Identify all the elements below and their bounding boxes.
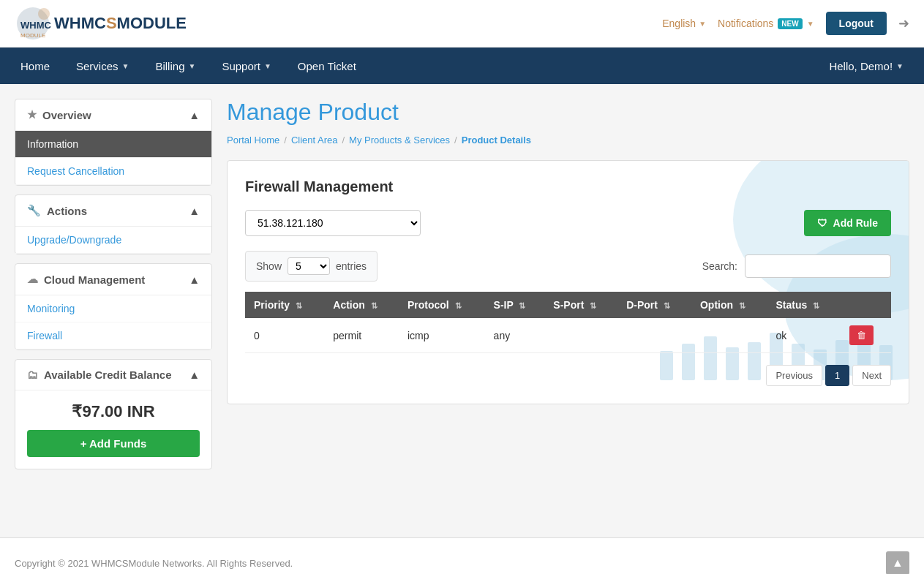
notifications-button[interactable]: Notifications NEW ▼ bbox=[718, 18, 814, 29]
sidebar-item-monitoring[interactable]: Monitoring bbox=[15, 295, 211, 322]
sort-priority-icon: ⇅ bbox=[296, 301, 302, 310]
breadcrumb-sep-3: / bbox=[454, 135, 457, 146]
nav-support[interactable]: Support ▼ bbox=[209, 48, 284, 84]
logo-area: WHMC MODULE WHMCSMODULE bbox=[15, 5, 187, 42]
col-actions bbox=[841, 292, 891, 318]
sort-action-icon: ⇅ bbox=[371, 301, 378, 310]
sort-option-icon: ⇅ bbox=[739, 301, 745, 310]
sort-protocol-icon: ⇅ bbox=[455, 301, 462, 310]
footer: Copyright © 2021 WHMCSModule Networks. A… bbox=[0, 537, 924, 574]
ip-selector[interactable]: 51.38.121.180 bbox=[245, 210, 421, 236]
col-protocol[interactable]: Protocol ⇅ bbox=[399, 292, 485, 318]
external-link-icon[interactable]: ➜ bbox=[898, 15, 909, 31]
pagination: Previous 1 Next bbox=[245, 365, 891, 386]
col-action[interactable]: Action ⇅ bbox=[324, 292, 399, 318]
nav-open-ticket[interactable]: Open Ticket bbox=[285, 48, 369, 84]
sidebar-section-credit-balance: 🗂 Available Credit Balance ▲ ₹97.00 INR … bbox=[15, 359, 212, 469]
breadcrumb-sep-2: / bbox=[342, 135, 345, 146]
entries-select[interactable]: 5 10 25 50 100 bbox=[288, 257, 330, 275]
cloud-collapse-icon: ▲ bbox=[189, 273, 200, 286]
sidebar-section-cloud-management: ☁ Cloud Management ▲ Monitoring Firewall bbox=[15, 263, 212, 350]
sidebar-actions-header[interactable]: 🔧 Actions ▲ bbox=[15, 195, 211, 227]
actions-collapse-icon: ▲ bbox=[189, 205, 200, 217]
language-selector[interactable]: English ▼ bbox=[662, 18, 706, 29]
cell-sport bbox=[544, 318, 617, 353]
page-title: Manage Product bbox=[227, 99, 909, 126]
sidebar-balance-content: ₹97.00 INR + Add Funds bbox=[15, 390, 211, 469]
overview-collapse-icon: ▲ bbox=[189, 109, 200, 121]
cell-delete: 🗑 bbox=[841, 318, 891, 353]
cell-protocol: icmp bbox=[399, 318, 485, 353]
col-status[interactable]: Status ⇅ bbox=[767, 292, 841, 318]
sort-dport-icon: ⇅ bbox=[664, 301, 670, 310]
table-head: Priority ⇅ Action ⇅ Protocol ⇅ S-IP ⇅ S-… bbox=[245, 292, 891, 318]
user-menu[interactable]: Hello, Demo! ▼ bbox=[816, 48, 917, 84]
card-content: Firewall Management 51.38.121.180 🛡 Add … bbox=[245, 178, 891, 386]
balance-collapse-icon: ▲ bbox=[189, 369, 200, 381]
col-sport[interactable]: S-Port ⇅ bbox=[544, 292, 617, 318]
cell-action: permit bbox=[324, 318, 399, 353]
add-rule-label: Add Rule bbox=[833, 217, 878, 229]
star-icon: ★ bbox=[27, 108, 37, 121]
svg-point-3 bbox=[38, 8, 50, 20]
lang-chevron-icon: ▼ bbox=[699, 20, 706, 28]
search-label: Search: bbox=[702, 260, 737, 272]
shield-icon: 🛡 bbox=[817, 217, 827, 229]
sidebar-balance-header[interactable]: 🗂 Available Credit Balance ▲ bbox=[15, 360, 211, 390]
table-controls: Show 5 10 25 50 100 entries Search: bbox=[245, 251, 891, 282]
cloud-icon: ☁ bbox=[27, 273, 38, 286]
add-funds-button[interactable]: + Add Funds bbox=[27, 430, 200, 457]
search-input[interactable] bbox=[745, 254, 891, 278]
pagination-page-1[interactable]: 1 bbox=[825, 365, 849, 386]
nav-billing[interactable]: Billing ▼ bbox=[142, 48, 209, 84]
new-badge: NEW bbox=[778, 18, 802, 29]
col-priority[interactable]: Priority ⇅ bbox=[245, 292, 324, 318]
sidebar-cloud-header[interactable]: ☁ Cloud Management ▲ bbox=[15, 264, 211, 295]
sidebar-item-upgrade-downgrade[interactable]: Upgrade/Downgrade bbox=[15, 227, 211, 254]
col-option[interactable]: Option ⇅ bbox=[691, 292, 767, 318]
nav-home[interactable]: Home bbox=[7, 48, 63, 84]
table-body: 0 permit icmp any ok 🗑 bbox=[245, 318, 891, 353]
sort-sip-icon: ⇅ bbox=[519, 301, 525, 310]
col-sip[interactable]: S-IP ⇅ bbox=[485, 292, 545, 318]
firewall-controls: 51.38.121.180 🛡 Add Rule bbox=[245, 210, 891, 236]
logout-button[interactable]: Logout bbox=[826, 12, 887, 35]
pagination-next[interactable]: Next bbox=[852, 365, 891, 386]
pagination-prev[interactable]: Previous bbox=[766, 365, 822, 386]
delete-rule-button[interactable]: 🗑 bbox=[849, 325, 874, 345]
header-right: English ▼ Notifications NEW ▼ Logout ➜ bbox=[662, 12, 909, 35]
cell-option bbox=[691, 318, 767, 353]
col-dport[interactable]: D-Port ⇅ bbox=[617, 292, 691, 318]
services-chevron-icon: ▼ bbox=[122, 62, 129, 70]
user-chevron-icon: ▼ bbox=[896, 62, 904, 70]
scroll-to-top-button[interactable]: ▲ bbox=[886, 551, 909, 574]
sidebar-overview-header[interactable]: ★ Overview ▲ bbox=[15, 99, 211, 131]
copyright-text: Copyright © 2021 WHMCSModule Networks. A… bbox=[15, 558, 293, 569]
firewall-title: Firewall Management bbox=[245, 178, 891, 195]
content-area: ★ Overview ▲ Information Request Cancell… bbox=[0, 84, 924, 537]
breadcrumb-my-products[interactable]: My Products & Services bbox=[349, 135, 450, 146]
add-rule-button[interactable]: 🛡 Add Rule bbox=[804, 210, 891, 236]
breadcrumb-portal-home[interactable]: Portal Home bbox=[227, 135, 279, 146]
main-nav: Home Services ▼ Billing ▼ Support ▼ Open… bbox=[0, 48, 924, 84]
sidebar-cloud-title: Cloud Management bbox=[44, 273, 145, 286]
breadcrumb: Portal Home / Client Area / My Products … bbox=[227, 135, 909, 146]
firewall-management-card: Firewall Management 51.38.121.180 🛡 Add … bbox=[227, 160, 909, 404]
cell-dport bbox=[617, 318, 691, 353]
language-label: English bbox=[662, 18, 696, 29]
sidebar-item-firewall[interactable]: Firewall bbox=[15, 322, 211, 350]
billing-chevron-icon: ▼ bbox=[188, 62, 195, 70]
sidebar-section-actions: 🔧 Actions ▲ Upgrade/Downgrade bbox=[15, 195, 212, 254]
logo-icon: WHMC MODULE bbox=[15, 5, 51, 42]
sort-sport-icon: ⇅ bbox=[590, 301, 596, 310]
sidebar: ★ Overview ▲ Information Request Cancell… bbox=[15, 99, 212, 523]
support-chevron-icon: ▼ bbox=[264, 62, 271, 70]
sidebar-item-information[interactable]: Information bbox=[15, 131, 211, 158]
breadcrumb-client-area[interactable]: Client Area bbox=[291, 135, 338, 146]
balance-amount: ₹97.00 INR bbox=[27, 402, 200, 421]
entries-label: entries bbox=[336, 260, 367, 272]
sidebar-item-request-cancellation[interactable]: Request Cancellation bbox=[15, 158, 211, 185]
table-row: 0 permit icmp any ok 🗑 bbox=[245, 318, 891, 353]
breadcrumb-sep-1: / bbox=[284, 135, 287, 146]
nav-services[interactable]: Services ▼ bbox=[63, 48, 142, 84]
